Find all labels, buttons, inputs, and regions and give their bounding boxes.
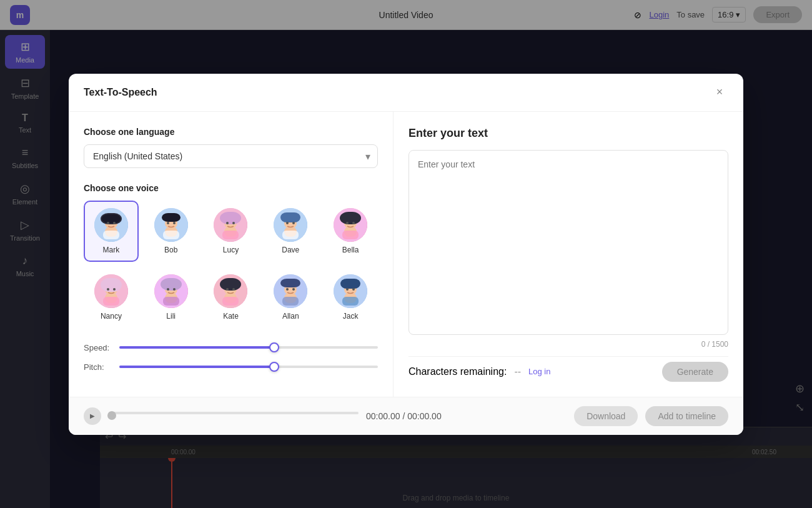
svg-rect-68	[342, 297, 359, 306]
add-to-timeline-button[interactable]: Add to timeline	[645, 406, 728, 426]
modal-footer: ▶ 00:00.00 / 00:00.00 Download Add to ti…	[69, 397, 743, 435]
pitch-slider-row: Pitch:	[84, 362, 378, 372]
voice-item-bella[interactable]: Bella	[323, 201, 378, 262]
voice-name-bob: Bob	[164, 246, 177, 254]
enter-text-title: Enter your text	[408, 127, 728, 140]
voice-name-mark: Mark	[103, 246, 120, 254]
voice-item-lucy[interactable]: Lucy	[204, 201, 259, 262]
voice-item-allan[interactable]: Allan	[263, 267, 318, 328]
svg-point-62	[286, 288, 289, 291]
svg-point-55	[226, 288, 229, 291]
voice-name-jack: Jack	[343, 312, 359, 321]
voice-avatar-bob	[154, 208, 188, 242]
voice-item-mark[interactable]: Mark	[84, 201, 139, 262]
svg-rect-33	[342, 231, 359, 239]
language-select-wrapper: English (United States) English (UK) Spa…	[84, 144, 378, 168]
voice-name-kate: Kate	[223, 312, 239, 321]
footer-progress-bar[interactable]	[109, 412, 359, 414]
speed-slider-fill	[119, 346, 274, 349]
svg-rect-39	[101, 278, 122, 292]
svg-point-49	[173, 288, 176, 291]
footer-progress-thumb[interactable]	[107, 411, 116, 420]
svg-rect-40	[103, 297, 119, 306]
modal-title: Text-To-Speech	[84, 87, 157, 98]
characters-remaining-area: Characters remaining: -- Log in	[408, 366, 550, 377]
svg-rect-5	[103, 231, 119, 239]
speed-slider-row: Speed:	[84, 343, 378, 352]
pitch-label: Pitch:	[84, 362, 112, 372]
svg-rect-32	[340, 212, 361, 224]
svg-rect-4	[102, 214, 121, 223]
voice-name-bella: Bella	[342, 246, 359, 254]
svg-point-34	[346, 222, 349, 224]
speed-label: Speed:	[84, 343, 112, 352]
voice-avatar-jack	[334, 274, 367, 308]
svg-point-69	[346, 288, 349, 291]
voice-item-lili[interactable]: Lili	[144, 267, 199, 328]
modal-close-button[interactable]: ×	[711, 84, 728, 101]
voice-item-dave[interactable]: Dave	[263, 201, 318, 262]
voice-item-nancy[interactable]: Nancy	[84, 267, 139, 328]
svg-rect-47	[163, 297, 179, 306]
speed-slider-thumb[interactable]	[269, 342, 279, 352]
voice-name-nancy: Nancy	[101, 312, 122, 321]
voice-avatar-nancy	[94, 274, 128, 308]
svg-point-7	[113, 222, 116, 224]
svg-rect-46	[161, 278, 182, 291]
voice-name-lili: Lili	[166, 312, 176, 321]
svg-point-28	[292, 222, 295, 224]
download-button[interactable]: Download	[574, 406, 638, 426]
generate-button[interactable]: Generate	[662, 362, 728, 382]
char-count: 0 / 1500	[408, 340, 728, 349]
svg-rect-67	[340, 279, 360, 289]
voice-avatar-lucy	[214, 208, 247, 242]
characters-remaining-label: Characters remaining:	[408, 366, 507, 377]
footer-progress-wrapper	[109, 412, 359, 420]
svg-point-14	[173, 222, 176, 224]
svg-point-42	[113, 288, 116, 291]
svg-rect-25	[280, 212, 300, 222]
voice-item-jack[interactable]: Jack	[323, 267, 378, 328]
svg-rect-11	[162, 213, 181, 222]
play-button[interactable]: ▶	[84, 407, 101, 425]
modal-left-panel: Choose one language English (United Stat…	[69, 112, 394, 397]
voice-avatar-kate	[214, 274, 247, 308]
language-select[interactable]: English (United States) English (UK) Spa…	[84, 144, 378, 168]
characters-dashes: --	[514, 366, 521, 377]
voice-item-kate[interactable]: Kate	[204, 267, 259, 328]
svg-point-63	[292, 288, 295, 291]
play-icon: ▶	[90, 412, 95, 419]
svg-rect-61	[282, 297, 299, 306]
svg-point-21	[232, 222, 235, 224]
pitch-slider[interactable]	[119, 366, 378, 368]
voice-name-lucy: Lucy	[223, 246, 239, 254]
log-in-button[interactable]: Log in	[528, 367, 550, 376]
voice-avatar-mark	[94, 208, 128, 242]
text-input[interactable]	[408, 150, 728, 335]
voice-avatar-dave	[274, 208, 307, 242]
language-section-label: Choose one language	[84, 127, 378, 137]
voice-grid: Mark	[84, 201, 378, 328]
footer-right: Download Add to timeline	[574, 406, 728, 426]
modal-header: Text-To-Speech ×	[69, 74, 743, 112]
speed-slider[interactable]	[119, 346, 378, 349]
pitch-slider-fill	[119, 366, 274, 368]
tts-modal: Text-To-Speech × Choose one language Eng…	[69, 74, 743, 435]
voice-name-dave: Dave	[282, 246, 299, 254]
svg-rect-53	[220, 278, 241, 291]
svg-point-35	[352, 222, 355, 224]
svg-point-27	[286, 222, 289, 224]
time-code: 00:00.00 / 00:00.00	[366, 411, 442, 421]
modal-body: Choose one language English (United Stat…	[69, 112, 743, 397]
svg-rect-18	[220, 212, 241, 224]
footer-left: ▶ 00:00.00 / 00:00.00	[84, 407, 442, 425]
voice-item-bob[interactable]: Bob	[144, 201, 199, 262]
svg-rect-60	[280, 279, 300, 287]
svg-point-70	[352, 288, 355, 291]
pitch-slider-thumb[interactable]	[269, 362, 279, 372]
svg-point-41	[107, 288, 109, 291]
svg-point-13	[167, 222, 169, 224]
voice-avatar-lili	[154, 274, 188, 308]
svg-point-20	[226, 222, 229, 224]
bottom-action-bar: Characters remaining: -- Log in Generate	[408, 356, 728, 382]
